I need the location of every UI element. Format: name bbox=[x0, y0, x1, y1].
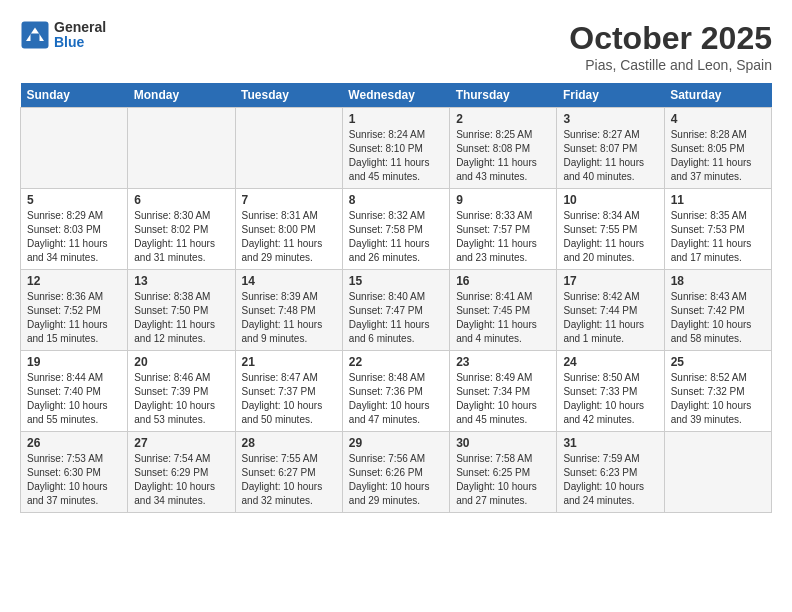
day-info: Sunrise: 8:31 AM Sunset: 8:00 PM Dayligh… bbox=[242, 209, 336, 265]
calendar-cell: 31Sunrise: 7:59 AM Sunset: 6:23 PM Dayli… bbox=[557, 432, 664, 513]
day-number: 10 bbox=[563, 193, 657, 207]
calendar-cell: 16Sunrise: 8:41 AM Sunset: 7:45 PM Dayli… bbox=[450, 270, 557, 351]
logo-icon bbox=[20, 20, 50, 50]
header: General Blue October 2025 Pias, Castille… bbox=[20, 20, 772, 73]
day-number: 9 bbox=[456, 193, 550, 207]
header-row: SundayMondayTuesdayWednesdayThursdayFrid… bbox=[21, 83, 772, 108]
calendar-cell: 28Sunrise: 7:55 AM Sunset: 6:27 PM Dayli… bbox=[235, 432, 342, 513]
day-number: 14 bbox=[242, 274, 336, 288]
day-info: Sunrise: 8:50 AM Sunset: 7:33 PM Dayligh… bbox=[563, 371, 657, 427]
calendar-cell bbox=[128, 108, 235, 189]
day-info: Sunrise: 8:39 AM Sunset: 7:48 PM Dayligh… bbox=[242, 290, 336, 346]
calendar-cell: 8Sunrise: 8:32 AM Sunset: 7:58 PM Daylig… bbox=[342, 189, 449, 270]
day-info: Sunrise: 7:59 AM Sunset: 6:23 PM Dayligh… bbox=[563, 452, 657, 508]
logo-blue: Blue bbox=[54, 35, 106, 50]
calendar-cell bbox=[21, 108, 128, 189]
calendar-cell: 17Sunrise: 8:42 AM Sunset: 7:44 PM Dayli… bbox=[557, 270, 664, 351]
calendar-cell: 4Sunrise: 8:28 AM Sunset: 8:05 PM Daylig… bbox=[664, 108, 771, 189]
calendar-cell: 26Sunrise: 7:53 AM Sunset: 6:30 PM Dayli… bbox=[21, 432, 128, 513]
calendar-cell: 23Sunrise: 8:49 AM Sunset: 7:34 PM Dayli… bbox=[450, 351, 557, 432]
day-number: 23 bbox=[456, 355, 550, 369]
day-info: Sunrise: 7:58 AM Sunset: 6:25 PM Dayligh… bbox=[456, 452, 550, 508]
logo-text: General Blue bbox=[54, 20, 106, 51]
day-number: 21 bbox=[242, 355, 336, 369]
day-info: Sunrise: 8:35 AM Sunset: 7:53 PM Dayligh… bbox=[671, 209, 765, 265]
day-info: Sunrise: 8:42 AM Sunset: 7:44 PM Dayligh… bbox=[563, 290, 657, 346]
day-number: 26 bbox=[27, 436, 121, 450]
day-number: 22 bbox=[349, 355, 443, 369]
day-number: 8 bbox=[349, 193, 443, 207]
week-row-4: 26Sunrise: 7:53 AM Sunset: 6:30 PM Dayli… bbox=[21, 432, 772, 513]
week-row-0: 1Sunrise: 8:24 AM Sunset: 8:10 PM Daylig… bbox=[21, 108, 772, 189]
day-number: 18 bbox=[671, 274, 765, 288]
calendar-cell: 5Sunrise: 8:29 AM Sunset: 8:03 PM Daylig… bbox=[21, 189, 128, 270]
day-info: Sunrise: 8:47 AM Sunset: 7:37 PM Dayligh… bbox=[242, 371, 336, 427]
day-number: 16 bbox=[456, 274, 550, 288]
calendar-cell: 13Sunrise: 8:38 AM Sunset: 7:50 PM Dayli… bbox=[128, 270, 235, 351]
calendar-cell: 18Sunrise: 8:43 AM Sunset: 7:42 PM Dayli… bbox=[664, 270, 771, 351]
calendar-cell: 25Sunrise: 8:52 AM Sunset: 7:32 PM Dayli… bbox=[664, 351, 771, 432]
day-info: Sunrise: 7:55 AM Sunset: 6:27 PM Dayligh… bbox=[242, 452, 336, 508]
location: Pias, Castille and Leon, Spain bbox=[569, 57, 772, 73]
day-number: 17 bbox=[563, 274, 657, 288]
day-header-thursday: Thursday bbox=[450, 83, 557, 108]
day-number: 13 bbox=[134, 274, 228, 288]
day-info: Sunrise: 8:44 AM Sunset: 7:40 PM Dayligh… bbox=[27, 371, 121, 427]
calendar-cell: 29Sunrise: 7:56 AM Sunset: 6:26 PM Dayli… bbox=[342, 432, 449, 513]
day-info: Sunrise: 7:56 AM Sunset: 6:26 PM Dayligh… bbox=[349, 452, 443, 508]
calendar-cell: 24Sunrise: 8:50 AM Sunset: 7:33 PM Dayli… bbox=[557, 351, 664, 432]
day-number: 5 bbox=[27, 193, 121, 207]
day-info: Sunrise: 8:30 AM Sunset: 8:02 PM Dayligh… bbox=[134, 209, 228, 265]
day-number: 29 bbox=[349, 436, 443, 450]
svg-rect-2 bbox=[31, 34, 40, 42]
day-number: 24 bbox=[563, 355, 657, 369]
day-info: Sunrise: 8:25 AM Sunset: 8:08 PM Dayligh… bbox=[456, 128, 550, 184]
day-number: 27 bbox=[134, 436, 228, 450]
calendar-cell: 27Sunrise: 7:54 AM Sunset: 6:29 PM Dayli… bbox=[128, 432, 235, 513]
logo: General Blue bbox=[20, 20, 106, 51]
day-info: Sunrise: 8:48 AM Sunset: 7:36 PM Dayligh… bbox=[349, 371, 443, 427]
day-info: Sunrise: 7:54 AM Sunset: 6:29 PM Dayligh… bbox=[134, 452, 228, 508]
day-info: Sunrise: 8:36 AM Sunset: 7:52 PM Dayligh… bbox=[27, 290, 121, 346]
calendar-cell: 20Sunrise: 8:46 AM Sunset: 7:39 PM Dayli… bbox=[128, 351, 235, 432]
day-number: 7 bbox=[242, 193, 336, 207]
week-row-3: 19Sunrise: 8:44 AM Sunset: 7:40 PM Dayli… bbox=[21, 351, 772, 432]
day-info: Sunrise: 8:49 AM Sunset: 7:34 PM Dayligh… bbox=[456, 371, 550, 427]
day-info: Sunrise: 8:28 AM Sunset: 8:05 PM Dayligh… bbox=[671, 128, 765, 184]
calendar-cell: 11Sunrise: 8:35 AM Sunset: 7:53 PM Dayli… bbox=[664, 189, 771, 270]
day-info: Sunrise: 8:40 AM Sunset: 7:47 PM Dayligh… bbox=[349, 290, 443, 346]
day-number: 20 bbox=[134, 355, 228, 369]
calendar-cell: 15Sunrise: 8:40 AM Sunset: 7:47 PM Dayli… bbox=[342, 270, 449, 351]
calendar-cell: 9Sunrise: 8:33 AM Sunset: 7:57 PM Daylig… bbox=[450, 189, 557, 270]
title-area: October 2025 Pias, Castille and Leon, Sp… bbox=[569, 20, 772, 73]
day-header-wednesday: Wednesday bbox=[342, 83, 449, 108]
calendar-cell: 14Sunrise: 8:39 AM Sunset: 7:48 PM Dayli… bbox=[235, 270, 342, 351]
calendar-cell: 22Sunrise: 8:48 AM Sunset: 7:36 PM Dayli… bbox=[342, 351, 449, 432]
day-header-friday: Friday bbox=[557, 83, 664, 108]
day-info: Sunrise: 8:46 AM Sunset: 7:39 PM Dayligh… bbox=[134, 371, 228, 427]
day-info: Sunrise: 8:34 AM Sunset: 7:55 PM Dayligh… bbox=[563, 209, 657, 265]
day-info: Sunrise: 8:52 AM Sunset: 7:32 PM Dayligh… bbox=[671, 371, 765, 427]
calendar-table: SundayMondayTuesdayWednesdayThursdayFrid… bbox=[20, 83, 772, 513]
day-info: Sunrise: 8:27 AM Sunset: 8:07 PM Dayligh… bbox=[563, 128, 657, 184]
day-number: 3 bbox=[563, 112, 657, 126]
day-number: 6 bbox=[134, 193, 228, 207]
day-header-monday: Monday bbox=[128, 83, 235, 108]
day-number: 2 bbox=[456, 112, 550, 126]
calendar-cell: 21Sunrise: 8:47 AM Sunset: 7:37 PM Dayli… bbox=[235, 351, 342, 432]
day-info: Sunrise: 8:33 AM Sunset: 7:57 PM Dayligh… bbox=[456, 209, 550, 265]
calendar-cell: 10Sunrise: 8:34 AM Sunset: 7:55 PM Dayli… bbox=[557, 189, 664, 270]
day-number: 28 bbox=[242, 436, 336, 450]
day-number: 31 bbox=[563, 436, 657, 450]
calendar-cell: 19Sunrise: 8:44 AM Sunset: 7:40 PM Dayli… bbox=[21, 351, 128, 432]
day-info: Sunrise: 8:41 AM Sunset: 7:45 PM Dayligh… bbox=[456, 290, 550, 346]
calendar-cell: 3Sunrise: 8:27 AM Sunset: 8:07 PM Daylig… bbox=[557, 108, 664, 189]
day-info: Sunrise: 8:29 AM Sunset: 8:03 PM Dayligh… bbox=[27, 209, 121, 265]
day-info: Sunrise: 8:38 AM Sunset: 7:50 PM Dayligh… bbox=[134, 290, 228, 346]
week-row-2: 12Sunrise: 8:36 AM Sunset: 7:52 PM Dayli… bbox=[21, 270, 772, 351]
day-info: Sunrise: 7:53 AM Sunset: 6:30 PM Dayligh… bbox=[27, 452, 121, 508]
day-number: 30 bbox=[456, 436, 550, 450]
calendar-cell: 1Sunrise: 8:24 AM Sunset: 8:10 PM Daylig… bbox=[342, 108, 449, 189]
calendar-cell: 30Sunrise: 7:58 AM Sunset: 6:25 PM Dayli… bbox=[450, 432, 557, 513]
week-row-1: 5Sunrise: 8:29 AM Sunset: 8:03 PM Daylig… bbox=[21, 189, 772, 270]
